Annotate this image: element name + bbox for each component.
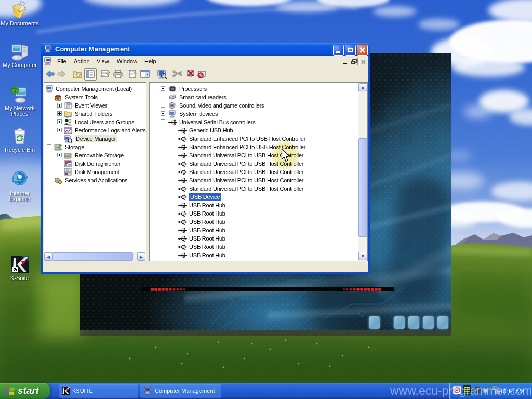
svg-text:?: ?: [133, 71, 137, 78]
